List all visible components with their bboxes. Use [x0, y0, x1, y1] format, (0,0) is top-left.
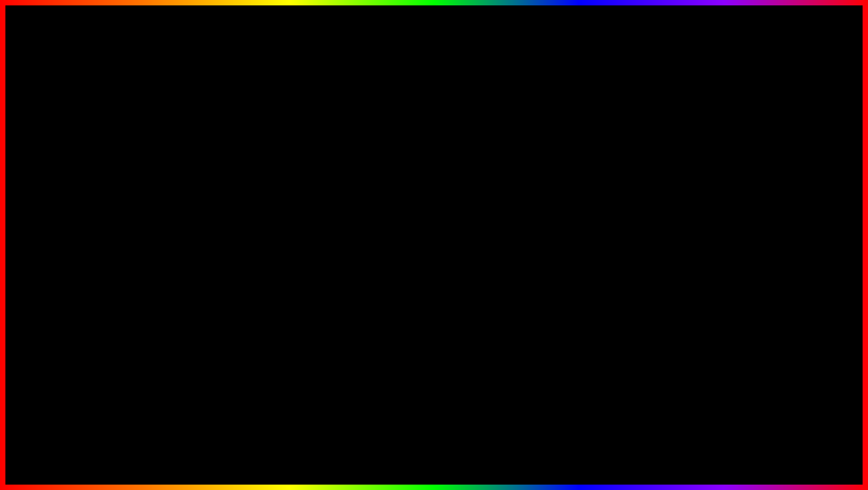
toggle-skill-x: Use Skill X ✓	[411, 224, 504, 236]
panel-2-header: ZEN HUB | VERSION X 👤 ⚙	[307, 172, 507, 187]
tab2-main[interactable]: 🏠 Main	[307, 187, 340, 199]
panel-1-header-icons: 👤 ⚙	[319, 125, 340, 134]
tab2-seaking[interactable]: ⚓ Sea King	[384, 187, 426, 199]
panel-2-body: Sea King Hydra Seaking Status : YES Auto…	[307, 200, 507, 303]
toggle-auto-attack-hydra: Auto Attack Hydra Seaking ✓	[311, 221, 403, 233]
stats-icon: 🦵	[288, 140, 295, 147]
script-pastebin-label: SCRIPT PASTEBIN	[434, 431, 736, 470]
toggle-farm-mob: Farm Mob	[167, 219, 251, 232]
settings-icon-2[interactable]: ⚙	[493, 175, 502, 184]
king-figure: 👑	[731, 348, 785, 415]
panel-2-header-icons: 👤 ⚙	[481, 175, 502, 184]
checkbox-skill-v[interactable]: ✓	[496, 251, 503, 258]
tab-stats[interactable]: 🦵 Stats	[282, 137, 315, 150]
ghost-icon-2: 👻	[346, 190, 353, 196]
sea-king-title: Sea King	[311, 203, 403, 209]
panel-2-title: ZEN HUB | VERSION X	[312, 176, 374, 183]
frog-body	[738, 357, 778, 402]
slider-fill	[258, 187, 308, 189]
settings-icon[interactable]: ⚙	[331, 125, 340, 134]
stats-icon-2: 🦵	[432, 190, 439, 196]
panel-2-tabs: 🏠 Main 👻 GhostShip ⚓ Sea King 🦵 Stats	[307, 187, 507, 200]
user-icon[interactable]: 👤	[319, 125, 328, 134]
checkbox-farm-mob[interactable]	[243, 222, 251, 229]
home-icon-2: 🏠	[313, 190, 320, 196]
tab-ghostship[interactable]: 👻 GhostShip	[196, 137, 240, 150]
checkbox-skill-z[interactable]: ✓	[496, 214, 503, 222]
seaking-right: Auto Use Skill Use Skill Z ✓ Use Skill X…	[407, 200, 507, 303]
checkbox-auto-collect-chest[interactable]: ✓	[396, 235, 403, 242]
toggle-new-world: to New World	[167, 207, 251, 219]
toggle-auto-hydra-hop: Auto Hydra Seaking [Hop]	[311, 245, 403, 257]
user-icon-2[interactable]: 👤	[481, 175, 490, 184]
seaking-left: Sea King Hydra Seaking Status : YES Auto…	[307, 200, 407, 303]
home-icon: 🏠	[170, 140, 176, 147]
toggle-skill-z: Use Skill Z ✓	[411, 212, 504, 224]
checkbox-new-world[interactable]	[243, 209, 251, 217]
panel-1-left: Main Farm [Mob] : Trainer Chef [Lv 250] …	[163, 150, 255, 269]
checkbox-skill-x[interactable]: ✓	[496, 227, 503, 234]
config-farm-title: Config Farm	[258, 154, 342, 160]
tab-main[interactable]: 🏠 Main	[163, 137, 196, 150]
seaking-status: Hydra Seaking Status : YES	[311, 212, 403, 217]
toggle-auto-farm-level: Auto Farm Level ✓	[167, 183, 251, 195]
android-label: ANDROID	[22, 238, 174, 275]
ghost-icon: 👻	[202, 140, 209, 147]
auto-use-skill-title: Auto Use Skill	[411, 203, 504, 209]
checkbox-auto-attack-hydra[interactable]: ✓	[396, 223, 403, 230]
anchor-icon: ⚓	[246, 140, 253, 147]
checkbox-skill-c[interactable]: ✓	[496, 239, 503, 246]
checkbox-auto-hydra-hop[interactable]	[396, 247, 403, 254]
panel-seaking: ZEN HUB | VERSION X 👤 ⚙ 🏠 Main 👻 GhostSh…	[306, 171, 508, 308]
toggle-skill-b: Use Skill B ✓	[411, 261, 504, 273]
tab2-ghostship[interactable]: 👻 GhostShip	[340, 187, 384, 199]
panel-1-title: ZEN HUB | VERSION X	[168, 127, 230, 134]
tab2-stats[interactable]: 🦵 Stats	[426, 187, 459, 199]
anchor-icon-2: ⚓	[390, 190, 397, 196]
panel-1-tabs: 🏠 Main 👻 GhostShip ⚓ Sea King 🦵 Stats	[163, 137, 345, 150]
select-weapon[interactable]: Select Weapon : Melee ▲	[258, 163, 342, 171]
page-title: KING LEGACY	[0, 7, 868, 90]
mobile-label: MOBILE	[22, 196, 148, 233]
tab-seaking[interactable]: ⚓ Sea King	[240, 137, 282, 150]
main-farm-title: Main Farm	[167, 154, 251, 160]
toggle-skill-c: Use Skill C ✓	[411, 236, 504, 249]
mob-info: [Mob] : Trainer Chef [Lv 250]	[167, 163, 251, 168]
thumbnail-label: KINGLEGACY	[743, 428, 773, 448]
checkbox-skill-b[interactable]: ✓	[496, 263, 503, 270]
panel-1-header: ZEN HUB | VERSION X 👤 ⚙	[163, 123, 345, 137]
chevron-down-icon: ▲	[334, 165, 338, 169]
king-legacy-thumbnail: 👑 KINGLEGACY	[711, 342, 805, 450]
checkbox-auto-farm-level[interactable]: ✓	[243, 185, 251, 192]
checkbox-auto-farm-near[interactable]	[243, 197, 251, 205]
toggle-auto-farm-near: Auto Farm Near	[167, 195, 251, 207]
quest-info: [Quest] : Trainer Chef | [Level] : Quest…	[167, 169, 251, 179]
toggle-skill-v: Use Skill V ✓	[411, 249, 504, 261]
toggle-auto-collect-chest: Auto Collect Chest Sea King ✓	[311, 233, 403, 245]
auto-farm-label: AUTO FARM	[132, 422, 425, 479]
